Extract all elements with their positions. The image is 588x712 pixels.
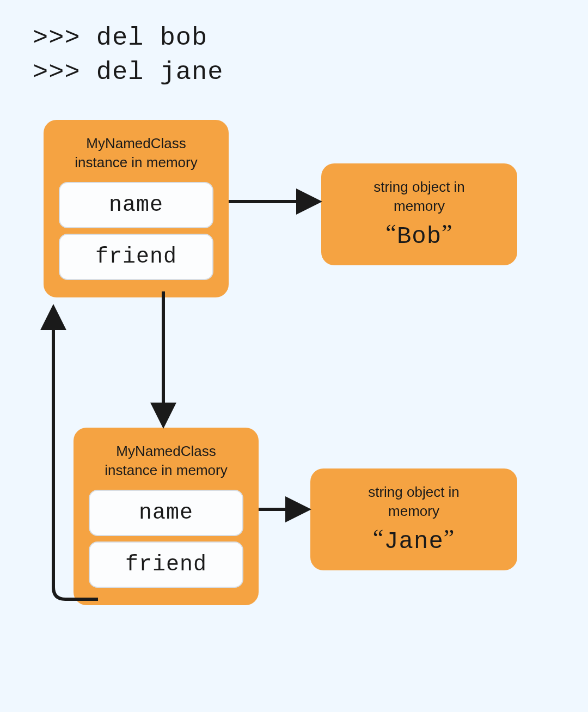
attr-friend-1: friend — [59, 234, 213, 280]
instance-box-1: MyNamedClass instance in memory name fri… — [44, 120, 229, 297]
code-line-2: >>> del jane — [33, 55, 223, 89]
code-line-1: >>> del bob — [33, 21, 223, 55]
code-block: >>> del bob >>> del jane — [33, 21, 223, 90]
string-title-jane: string object in memory — [327, 483, 501, 521]
string-box-jane: string object in memory “Jane” — [310, 468, 517, 570]
instance-box-2: MyNamedClass instance in memory name fri… — [74, 428, 259, 605]
string-box-bob: string object in memory “Bob” — [321, 163, 517, 265]
string-value-jane: “Jane” — [327, 524, 501, 555]
attr-friend-2: friend — [89, 541, 243, 588]
string-title-bob: string object in memory — [338, 178, 501, 216]
attr-name-1: name — [59, 182, 213, 228]
instance-title-2: MyNamedClass instance in memory — [89, 442, 243, 480]
instance-title-1: MyNamedClass instance in memory — [59, 134, 213, 172]
attr-name-2: name — [89, 490, 243, 536]
string-value-bob: “Bob” — [338, 219, 501, 250]
